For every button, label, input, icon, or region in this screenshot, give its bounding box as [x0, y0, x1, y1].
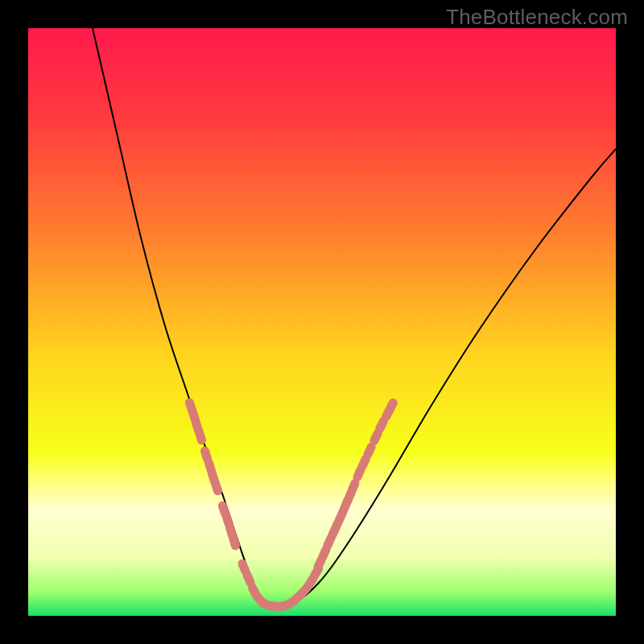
curve-layer	[28, 28, 616, 616]
curve-marker	[228, 533, 240, 551]
plot-area	[28, 28, 616, 616]
bottleneck-curve	[93, 28, 616, 607]
watermark-text: TheBottleneck.com	[446, 5, 628, 30]
curve-marker	[384, 398, 398, 415]
curve-marker	[194, 427, 207, 445]
chart-frame: TheBottleneck.com	[0, 0, 644, 644]
curve-marker	[210, 478, 223, 496]
marker-group	[184, 398, 398, 612]
